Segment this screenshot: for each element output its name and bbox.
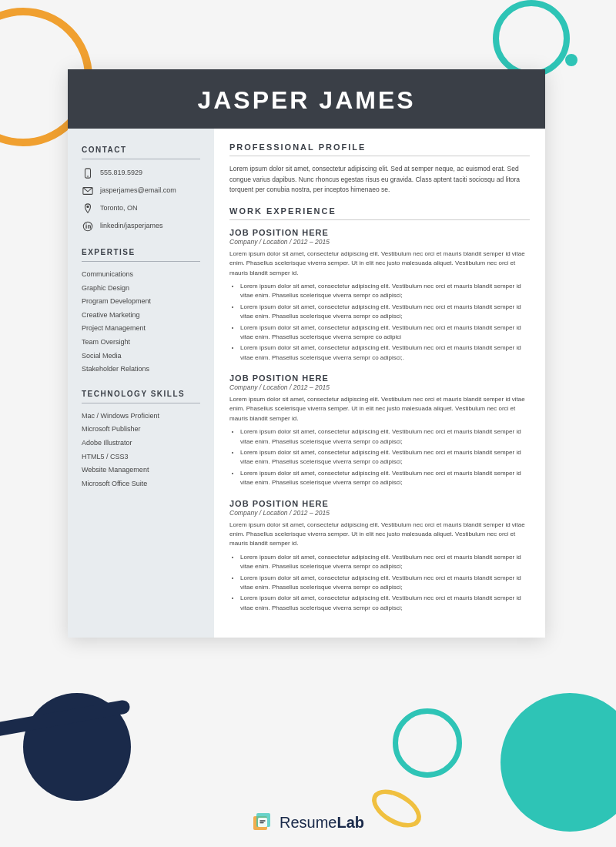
job-section: JOB POSITION HERECompany / Location / 20… — [229, 499, 530, 614]
tech-item: Mac / Windows Proficient — [82, 411, 200, 421]
location-text: Toronto, ON — [100, 204, 138, 213]
job-title: JOB POSITION HERE — [229, 228, 530, 237]
job-subtitle: Company / Location / 2012 – 2015 — [229, 509, 530, 517]
expertise-item: Team Oversight — [82, 337, 200, 347]
job-desc: Lorem ipsum dolor sit amet, consectetur … — [229, 395, 530, 424]
sidebar: CONTACT 555.819.5929 — [68, 129, 214, 638]
expertise-divider — [82, 261, 200, 262]
expertise-item: Stakeholder Relations — [82, 364, 200, 374]
bg-teal-circle-mid — [393, 708, 462, 778]
expertise-item: Graphic Design — [82, 283, 200, 293]
tech-item: HTML5 / CSS3 — [82, 452, 200, 462]
job-desc: Lorem ipsum dolor sit amet, consectetur … — [229, 249, 530, 278]
tech-item: Website Management — [82, 465, 200, 475]
contact-linkedin-item: linkedin/jasperjames — [82, 220, 200, 233]
job-bullet-item: Lorem ipsum dolor sit amet, consectetur … — [240, 574, 530, 593]
work-divider — [229, 219, 530, 220]
job-bullet-item: Lorem ipsum dolor sit amet, consectetur … — [240, 282, 530, 301]
job-section: JOB POSITION HERECompany / Location / 20… — [229, 373, 530, 488]
resume-card: JASPER JAMES CONTACT 555.819.5929 — [68, 69, 545, 638]
job-bullet-item: Lorem ipsum dolor sit amet, consectetur … — [240, 553, 530, 572]
phone-icon — [82, 167, 94, 179]
tech-item: Adobe Illustrator — [82, 438, 200, 448]
bg-teal-dot — [565, 54, 578, 66]
branding-footer: ResumeLab — [0, 812, 616, 833]
email-text: jasperjames@email.com — [100, 186, 176, 196]
job-bullets: Lorem ipsum dolor sit amet, consectetur … — [229, 553, 530, 613]
resumelab-logo-icon — [252, 812, 273, 833]
contact-email-item: jasperjames@email.com — [82, 185, 200, 197]
tech-list: Mac / Windows ProficientMicrosoft Publis… — [82, 411, 200, 489]
tech-title: TECHNOLOGY SKILLS — [82, 390, 200, 398]
contact-divider — [82, 159, 200, 159]
expertise-item: Social Media — [82, 351, 200, 361]
profile-text: Lorem ipsum dolor sit amet, consectetur … — [229, 164, 530, 196]
branding-text: ResumeLab — [280, 814, 364, 832]
tech-section: TECHNOLOGY SKILLS Mac / Windows Proficie… — [82, 390, 200, 489]
job-section: JOB POSITION HERECompany / Location / 20… — [229, 228, 530, 363]
bg-teal-circle-bottom-right — [500, 693, 616, 832]
job-bullet-item: Lorem ipsum dolor sit amet, consectetur … — [240, 594, 530, 613]
expertise-item: Project Management — [82, 323, 200, 333]
tech-divider — [82, 403, 200, 403]
resume-header: JASPER JAMES — [68, 69, 545, 129]
jobs-container: JOB POSITION HERECompany / Location / 20… — [229, 228, 530, 613]
location-icon — [82, 203, 94, 215]
job-bullets: Lorem ipsum dolor sit amet, consectetur … — [229, 282, 530, 363]
email-icon — [82, 185, 94, 197]
resume-body: CONTACT 555.819.5929 — [68, 129, 545, 638]
tech-item: Microsoft Publisher — [82, 424, 200, 434]
job-bullets: Lorem ipsum dolor sit amet, consectetur … — [229, 427, 530, 487]
expertise-item: Program Development — [82, 296, 200, 306]
main-content: PROFESSIONAL PROFILE Lorem ipsum dolor s… — [214, 129, 545, 638]
work-section-title: WORK EXPERIENCE — [229, 206, 530, 216]
expertise-list: CommunicationsGraphic DesignProgram Deve… — [82, 270, 200, 374]
phone-text: 555.819.5929 — [100, 169, 142, 178]
job-title: JOB POSITION HERE — [229, 373, 530, 383]
job-bullet-item: Lorem ipsum dolor sit amet, consectetur … — [240, 343, 530, 363]
resume-name: JASPER JAMES — [83, 86, 530, 115]
contact-phone-item: 555.819.5929 — [82, 167, 200, 179]
expertise-item: Creative Marketing — [82, 310, 200, 320]
contact-location-item: Toronto, ON — [82, 203, 200, 215]
job-bullet-item: Lorem ipsum dolor sit amet, consectetur … — [240, 448, 530, 467]
expertise-title: EXPERTISE — [82, 248, 200, 256]
bg-teal-circle-top — [493, 0, 570, 77]
profile-section-title: PROFESSIONAL PROFILE — [229, 142, 530, 152]
tech-item: Microsoft Office Suite — [82, 479, 200, 489]
profile-divider — [229, 156, 530, 156]
svg-point-3 — [87, 206, 89, 207]
job-subtitle: Company / Location / 2012 – 2015 — [229, 238, 530, 246]
expertise-item: Communications — [82, 270, 200, 280]
contact-section: CONTACT 555.819.5929 — [82, 146, 200, 233]
linkedin-icon — [82, 220, 94, 233]
svg-rect-1 — [87, 176, 89, 177]
job-desc: Lorem ipsum dolor sit amet, consectetur … — [229, 521, 530, 549]
contact-title: CONTACT — [82, 146, 200, 154]
job-title: JOB POSITION HERE — [229, 499, 530, 508]
job-bullet-item: Lorem ipsum dolor sit amet, consectetur … — [240, 469, 530, 488]
job-bullet-item: Lorem ipsum dolor sit amet, consectetur … — [240, 303, 530, 322]
job-bullet-item: Lorem ipsum dolor sit amet, consectetur … — [240, 323, 530, 343]
linkedin-text: linkedin/jasperjames — [100, 222, 163, 231]
job-bullet-item: Lorem ipsum dolor sit amet, consectetur … — [240, 427, 530, 447]
expertise-section: EXPERTISE CommunicationsGraphic DesignPr… — [82, 248, 200, 374]
job-subtitle: Company / Location / 2012 – 2015 — [229, 383, 530, 391]
